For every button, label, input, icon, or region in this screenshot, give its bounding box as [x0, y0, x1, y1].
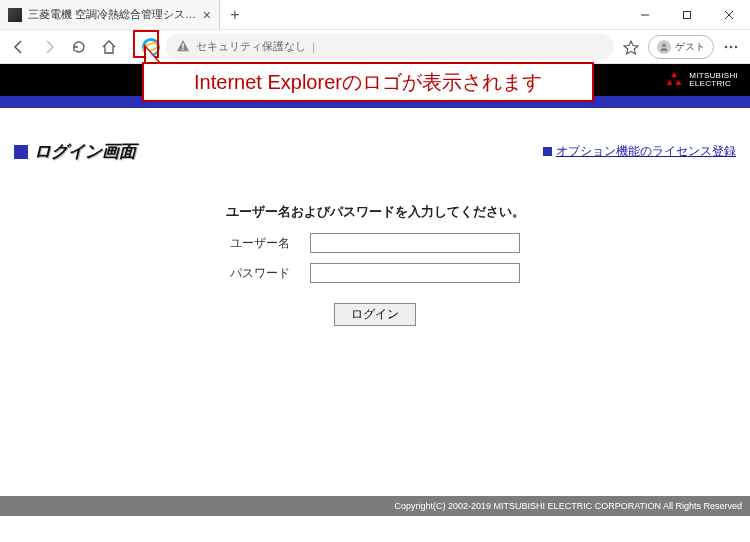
callout-text: Internet Explorerのロゴが表示されます	[194, 69, 542, 96]
username-label: ユーザー名	[230, 235, 302, 252]
svg-point-10	[730, 45, 733, 48]
page-heading-text: ログイン画面	[34, 140, 136, 163]
page-heading: ログイン画面	[14, 140, 136, 163]
login-form: ユーザー名およびパスワードを入力してください。 ユーザー名 パスワード ログイン	[185, 203, 565, 326]
window-controls	[624, 0, 750, 29]
browser-tab[interactable]: 三菱電機 空調冷熱総合管理シス… ×	[0, 0, 220, 29]
brand-logo: MITSUBISHI ELECTRIC	[665, 72, 738, 88]
close-window-button[interactable]	[708, 0, 750, 30]
profile-label: ゲスト	[675, 40, 705, 54]
tab-favicon	[8, 8, 22, 22]
footer-text: Copyright(C) 2002-2019 MITSUBISHI ELECTR…	[395, 501, 742, 511]
svg-point-9	[725, 45, 728, 48]
link-bullet-icon	[543, 147, 552, 156]
refresh-button[interactable]	[66, 34, 92, 60]
login-button[interactable]: ログイン	[334, 303, 416, 326]
login-prompt: ユーザー名およびパスワードを入力してください。	[185, 203, 565, 221]
svg-rect-1	[684, 11, 691, 18]
svg-point-11	[735, 45, 738, 48]
username-input[interactable]	[310, 233, 520, 253]
address-security-label: セキュリティ保護なし	[196, 39, 306, 54]
home-button[interactable]	[96, 34, 122, 60]
brand-text: MITSUBISHI ELECTRIC	[689, 72, 738, 88]
svg-marker-13	[667, 80, 673, 85]
license-link-block: オプション機能のライセンス登録	[543, 143, 736, 160]
svg-rect-7	[182, 48, 183, 49]
minimize-button[interactable]	[624, 0, 666, 30]
tab-title: 三菱電機 空調冷熱総合管理シス…	[28, 7, 197, 22]
svg-marker-12	[671, 72, 677, 77]
back-button[interactable]	[6, 34, 32, 60]
page-content: MITSUBISHI ELECTRIC ログイン画面 オプション機能のライセンス…	[0, 64, 750, 516]
svg-point-8	[662, 43, 666, 47]
annotation-callout: Internet Explorerのロゴが表示されます	[142, 62, 594, 102]
license-link[interactable]: オプション機能のライセンス登録	[556, 143, 736, 160]
password-label: パスワード	[230, 265, 302, 282]
mitsubishi-mark-icon	[665, 72, 683, 88]
svg-marker-14	[676, 80, 682, 85]
avatar-icon	[657, 40, 671, 54]
page-footer: Copyright(C) 2002-2019 MITSUBISHI ELECTR…	[0, 496, 750, 516]
browser-toolbar: セキュリティ保護なし | ゲスト	[0, 30, 750, 64]
favorites-button[interactable]	[618, 34, 644, 60]
forward-button[interactable]	[36, 34, 62, 60]
password-input[interactable]	[310, 263, 520, 283]
browser-titlebar: 三菱電機 空調冷熱総合管理シス… × +	[0, 0, 750, 30]
heading-bullet-icon	[14, 145, 28, 159]
svg-rect-6	[182, 43, 183, 47]
not-secure-icon	[176, 39, 190, 55]
menu-button[interactable]	[718, 34, 744, 60]
new-tab-button[interactable]: +	[220, 0, 250, 29]
close-tab-icon[interactable]: ×	[203, 7, 211, 23]
profile-button[interactable]: ゲスト	[648, 35, 714, 59]
address-bar[interactable]: セキュリティ保護なし |	[166, 34, 614, 60]
address-separator: |	[312, 41, 315, 53]
maximize-button[interactable]	[666, 0, 708, 30]
